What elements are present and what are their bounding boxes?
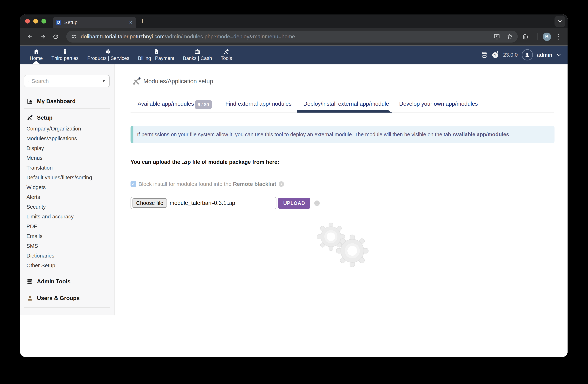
sidebar-divider [24,307,110,308]
sidebar-search-box[interactable]: ▼ [24,75,110,87]
dolibarr-top-menu: Home Third parties Products | Servi [20,46,567,64]
user-avatar-icon[interactable] [522,49,533,61]
menu-item-products-services[interactable]: Products | Services [83,46,134,64]
sidebar-item-pdf[interactable]: PDF [26,222,92,231]
install-app-icon[interactable] [494,33,500,40]
sidebar-item-emails[interactable]: Emails [26,231,92,241]
menu-item-banks-cash[interactable]: Banks | Cash [179,46,216,64]
sidebar-item-sms[interactable]: SMS [26,241,92,251]
svg-text:$: $ [156,51,157,54]
user-menu-chevron-icon[interactable] [556,52,561,57]
file-input[interactable]: Choose file module_talerbarr-0.3.1.zip [130,197,276,209]
sidebar-divider [24,273,110,273]
tab-title: Setup [64,20,129,25]
bank-icon [195,49,200,55]
sidebar-item-limits-accuracy[interactable]: Limits and accuracy [26,212,92,222]
maximize-window-button[interactable] [42,19,46,23]
sidebar-divider [24,290,110,290]
tab-develop-own[interactable]: Develop your own app/modules [399,101,478,107]
tab-find-external[interactable]: Find external app/modules [225,101,292,107]
upload-button[interactable]: UPLOAD [278,198,310,209]
back-button[interactable] [26,28,35,45]
top-menu-right: ? 23.0.0 admin [481,46,561,64]
sidebar-item-admin-tools[interactable]: Admin Tools [20,275,114,288]
browser-menu-button[interactable] [558,28,559,45]
sidebar-item-modules-applications[interactable]: Modules/Applications [26,134,92,143]
sidebar-item-translation[interactable]: Translation [26,163,92,173]
browser-tabstrip: D Setup × + [20,15,567,28]
main-content: Modules/Application setup Available app/… [114,64,567,356]
tools-icon [223,49,229,55]
chevron-down-icon [557,19,563,24]
selected-file-name: module_talerbarr-0.3.1.zip [170,200,235,206]
profile-avatar[interactable]: B [543,28,551,45]
url-bar[interactable]: dolibarr.tutorial.taler.potuzhnyi.com/ad… [66,31,518,42]
version-text: 23.0.0 [503,52,518,58]
upload-info-icon[interactable]: i [314,201,320,206]
sidebar-item-users-groups[interactable]: Users & Groups [20,292,114,304]
server-icon [27,279,33,285]
setup-tools-icon [27,115,33,121]
menu-item-billing-payment[interactable]: $ Billing | Payment [134,46,179,64]
extensions-puzzle-icon [522,33,529,40]
sidebar-item-display[interactable]: Display [26,143,92,153]
bill-icon: $ [153,49,159,55]
home-icon [33,49,39,55]
setup-menu-list: Company/Organization Modules/Application… [26,124,92,270]
new-tab-button[interactable]: + [140,17,145,25]
profile-initial: B [543,33,551,41]
blacklist-checkbox[interactable]: ✓ [130,181,136,187]
sidebar-item-dictionaries[interactable]: Dictionaries [26,251,92,261]
search-icon [28,78,29,84]
sidebar-item-default-values[interactable]: Default values/filters/sorting [26,173,92,182]
browser-toolbar: dolibarr.tutorial.taler.potuzhnyi.com/ad… [20,28,567,45]
reload-button[interactable] [51,28,60,45]
tab-deploy-install[interactable]: Deploy/install external app/module [303,101,389,107]
sidebar-item-dashboard[interactable]: My Dashboard [20,95,114,108]
blacklist-info-icon[interactable]: i [279,181,284,187]
forward-arrow-icon [40,34,46,40]
menu-item-third-parties[interactable]: Third parties [47,46,83,64]
sidebar-item-alerts[interactable]: Alerts [26,192,92,202]
sidebar-item-other-setup[interactable]: Other Setup [26,261,92,270]
browser-tab[interactable]: D Setup × [53,17,136,28]
tab-search-chevron-button[interactable] [554,16,565,27]
search-scope-caret-icon[interactable]: ▼ [102,79,106,83]
url-text: dolibarr.tutorial.taler.potuzhnyi.com/ad… [81,34,295,40]
url-domain: dolibarr.tutorial.taler.potuzhnyi.com [81,34,165,40]
tab-close-icon[interactable]: × [129,19,132,25]
menu-item-tools[interactable]: Tools [216,46,236,64]
bookmark-star-icon[interactable] [506,33,513,40]
search-input[interactable] [31,78,102,84]
print-icon[interactable] [481,51,488,58]
sidebar-item-company-organization[interactable]: Company/Organization [26,124,92,134]
page-title-tools-icon [132,77,141,86]
dashboard-chart-icon [27,98,33,104]
site-settings-icon[interactable] [71,34,77,40]
tabbar-baseline [130,113,554,113]
close-window-button[interactable] [25,19,30,23]
url-path: /admin/modules.php?mode=deploy&mainmenu=… [165,34,295,40]
choose-file-button[interactable]: Choose file [132,198,167,208]
gears-watermark-icon [304,220,390,282]
tab-available-modules[interactable]: Available app/modules [138,101,194,107]
page-body: ▼ My Dashboard Setup [20,64,567,356]
extensions-button[interactable] [522,28,529,45]
sidebar-item-menus[interactable]: Menus [26,153,92,163]
info-banner-text: If permissions on your file system allow… [137,132,510,138]
menu-item-home[interactable]: Home [25,46,47,64]
blacklist-label: Block install for modules found into the… [139,181,276,187]
forward-button[interactable] [38,28,47,45]
product-box-icon [105,49,111,55]
sidebar-item-widgets[interactable]: Widgets [26,182,92,192]
minimize-window-button[interactable] [33,19,38,23]
page-title: Modules/Application setup [143,78,213,85]
logged-user-name[interactable]: admin [537,52,552,58]
sidebar-item-setup[interactable]: Setup [20,111,114,124]
building-icon [62,49,68,55]
upload-instruction: You can upload the .zip file of module p… [130,159,279,165]
dolibarr-favicon-icon: D [56,20,61,25]
help-icon[interactable]: ? [492,51,499,59]
sidebar-item-security[interactable]: Security [26,202,92,212]
info-banner: If permissions on your file system allow… [130,126,554,143]
